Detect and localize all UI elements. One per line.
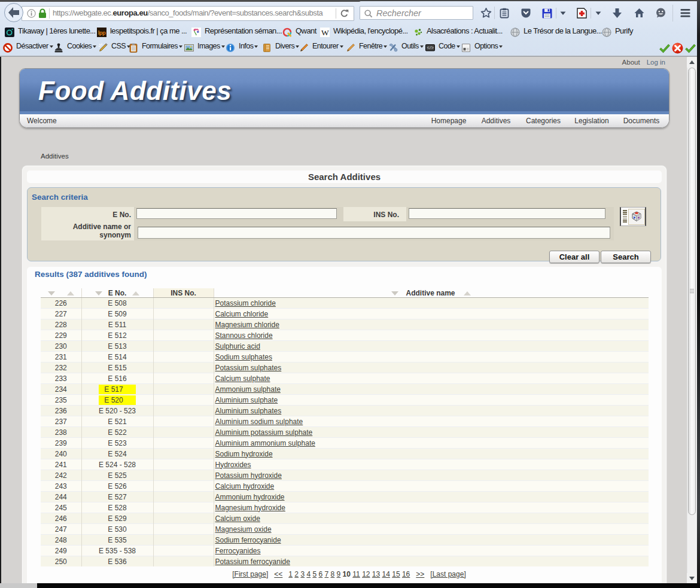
svg-text:</>: </> [427,45,434,50]
svg-text:W: W [321,28,329,37]
svg-text:lpp: lpp [98,29,106,36]
